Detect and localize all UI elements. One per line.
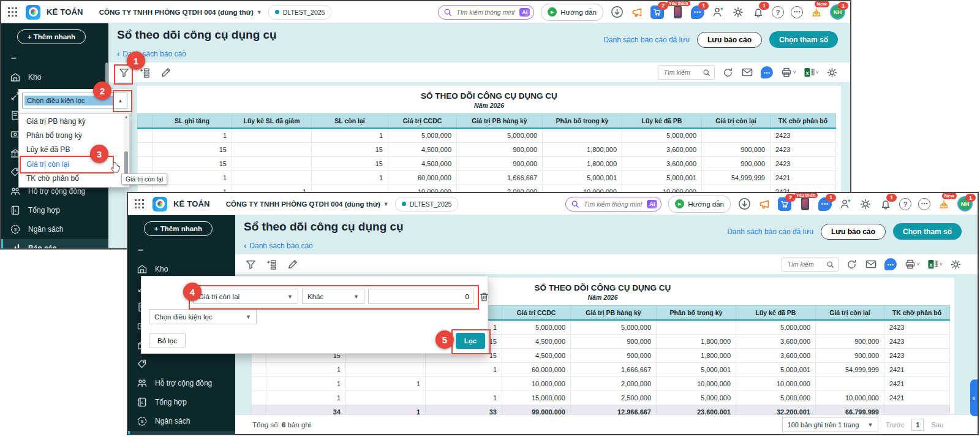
print-icon[interactable]: ˅ <box>904 258 919 270</box>
sidebar-item-bao-cao[interactable]: Báo cáo <box>1 239 108 250</box>
notifications-bell-icon[interactable]: 1 <box>879 197 892 211</box>
store-cart-icon[interactable]: 2 <box>778 197 791 211</box>
smart-search-input[interactable]: AI <box>438 5 534 20</box>
filter-field-select[interactable]: Giá trị còn lại▼ <box>193 289 298 304</box>
user-avatar[interactable]: NH1 <box>830 4 845 20</box>
apps-grid-icon[interactable] <box>6 6 20 19</box>
table-settings-icon[interactable] <box>826 67 838 78</box>
app-logo-icon[interactable] <box>153 197 167 211</box>
next-page-button[interactable]: Sau <box>931 421 943 429</box>
edit-pencil-icon[interactable] <box>287 259 298 270</box>
table-row[interactable]: 15154,500,000900,0001,800,0003,600,00090… <box>138 143 836 157</box>
add-column-icon[interactable] <box>266 259 277 270</box>
chat-bubble-icon[interactable]: ••• <box>761 66 773 78</box>
company-selector[interactable]: CÔNG TY TNHH PHÒNG QTDH 004 (dùng thử)▼ <box>99 9 262 16</box>
environment-badge[interactable]: DLTEST_2025 <box>395 197 459 211</box>
breadcrumb[interactable]: ‹Danh sách báo cáo <box>244 241 313 250</box>
print-icon[interactable]: ˅ <box>780 66 796 78</box>
apps-grid-icon[interactable] <box>133 197 146 211</box>
add-condition-select[interactable]: Chọn điều kiện lọc▼ <box>149 309 257 324</box>
company-selector[interactable]: CÔNG TY TNHH PHÒNG QTDH 004 (dùng thử)▼ <box>226 200 389 208</box>
filter-value-input[interactable] <box>368 289 473 304</box>
environment-badge[interactable]: DLTEST_2025 <box>268 5 332 20</box>
add-user-icon[interactable] <box>839 197 852 211</box>
table-row[interactable]: 1115,000,0002,500,0005,000,0005,000,0001… <box>252 391 950 405</box>
settings-gear-icon[interactable] <box>731 6 745 19</box>
delete-condition-icon[interactable] <box>479 291 489 305</box>
help-icon[interactable]: ? <box>772 6 784 18</box>
sidebar-item-bao-cao[interactable]: Báo cáo <box>128 431 235 435</box>
select-params-button[interactable]: Chọn tham số <box>769 31 838 48</box>
table-row[interactable]: 1160,000,0001,666,6675,000,0015,000,0015… <box>252 363 950 377</box>
sidebar-item-ngan-sach[interactable]: $Ngân sách <box>1 220 108 238</box>
refresh-icon[interactable] <box>846 259 858 270</box>
save-report-button[interactable]: Lưu báo cáo <box>697 32 762 48</box>
guide-button[interactable]: ▶Hướng dẫn <box>541 4 603 21</box>
help-icon[interactable]: ? <box>899 198 911 210</box>
email-icon[interactable] <box>865 258 877 270</box>
table-row[interactable]: 115,000,0005,000,0005,000,0002423 <box>138 128 836 143</box>
saved-reports-link[interactable]: Danh sách báo cáo đã lưu <box>603 36 690 44</box>
messenger-icon[interactable]: •••1 <box>818 197 832 211</box>
store-cart-icon[interactable]: 2 <box>650 6 664 19</box>
table-settings-icon[interactable] <box>950 259 962 270</box>
quick-add-button[interactable]: + Thêm nhanh <box>144 221 213 236</box>
add-user-icon[interactable] <box>711 6 725 19</box>
more-options-icon[interactable]: ⋯ <box>918 198 930 210</box>
select-params-button[interactable]: Chọn tham số <box>893 223 962 240</box>
app-logo-icon[interactable] <box>26 5 40 20</box>
combo-arrow-button[interactable]: ▲ <box>113 93 127 108</box>
whats-new-icon[interactable]: New <box>810 6 823 19</box>
filter-icon[interactable] <box>118 67 130 78</box>
edit-pencil-icon[interactable] <box>160 67 172 78</box>
sidebar-item-hidden[interactable] <box>1 49 108 67</box>
quick-add-button[interactable]: + Thêm nhanh <box>17 29 86 44</box>
table-row[interactable]: 1110,000,0002,000,00010,000,00010,000,00… <box>252 377 950 391</box>
option-gia-tri-pb-hang-ky[interactable]: Giá trị PB hàng kỳ <box>19 114 129 128</box>
filter-operator-select[interactable]: Khác▼ <box>302 289 364 304</box>
notifications-bell-icon[interactable]: 1 <box>752 6 765 19</box>
condition-select[interactable]: Chọn điều kiện lọc ▲ <box>22 93 127 109</box>
megaphone-icon[interactable] <box>758 197 771 211</box>
page-size-select[interactable]: 100 bản ghi trên 1 trang▼ <box>782 417 879 432</box>
sidebar-item-ngan-sach[interactable]: $Ngân sách <box>128 412 235 430</box>
sidebar-item-tong-hop[interactable]: sTổng hợp <box>1 201 108 219</box>
filter-icon[interactable] <box>245 259 257 270</box>
option-phan-bo-trong-ky[interactable]: Phân bổ trong kỳ <box>19 128 129 142</box>
messenger-icon[interactable]: •••1 <box>691 6 704 19</box>
apply-filter-button[interactable]: Lọc <box>456 333 485 349</box>
guide-button[interactable]: ▶Hướng dẫn <box>668 196 731 213</box>
export-excel-icon[interactable]: x˅ <box>927 258 943 270</box>
chat-bubble-icon[interactable]: ••• <box>884 258 897 270</box>
option-luy-ke-da-pb[interactable]: Lũy kế đã PB <box>19 143 129 157</box>
save-report-button[interactable]: Lưu báo cáo <box>821 224 886 240</box>
refresh-icon[interactable] <box>722 67 734 78</box>
sidebar-item-ho-tro-cong-dong[interactable]: Hỗ trợ cộng đồng <box>128 374 235 392</box>
table-search-input[interactable] <box>658 65 715 80</box>
table-row[interactable]: 1160,000,0001,666,6675,000,0015,000,0015… <box>138 171 836 185</box>
sidebar-item-tong-hop[interactable]: sTổng hợp <box>128 393 235 411</box>
download-icon[interactable] <box>737 197 751 211</box>
whats-new-icon[interactable]: New <box>937 197 951 211</box>
table-row[interactable]: 15154,500,000900,0001,800,0003,600,00090… <box>138 157 836 171</box>
megaphone-icon[interactable] <box>630 6 644 19</box>
more-options-icon[interactable]: ⋯ <box>791 6 803 18</box>
user-avatar[interactable]: NH1 <box>957 196 973 211</box>
smart-search-input[interactable]: AI <box>565 197 662 211</box>
sidebar-item-kho[interactable]: Kho <box>1 68 108 86</box>
email-icon[interactable] <box>741 66 753 78</box>
clear-filter-button[interactable]: Bỏ lọc <box>149 333 186 348</box>
export-excel-icon[interactable]: x˅ <box>804 66 819 78</box>
table-search-input[interactable] <box>782 257 839 272</box>
dropdown-scrollbar-thumb[interactable] <box>124 151 128 176</box>
saved-reports-link[interactable]: Danh sách báo cáo đã lưu <box>727 227 813 236</box>
download-icon[interactable] <box>610 6 624 19</box>
sidebar-item-hidden[interactable] <box>128 241 235 259</box>
mobile-app-icon[interactable]: Yêu thích <box>671 6 684 19</box>
collapse-panel-tab[interactable]: « <box>970 379 978 416</box>
current-page[interactable]: 1 <box>911 419 924 431</box>
mobile-app-icon[interactable]: Yêu thích <box>798 197 812 211</box>
settings-gear-icon[interactable] <box>859 197 872 211</box>
sidebar-item-hidden[interactable] <box>128 355 235 373</box>
prev-page-button[interactable]: Trước <box>886 421 904 429</box>
